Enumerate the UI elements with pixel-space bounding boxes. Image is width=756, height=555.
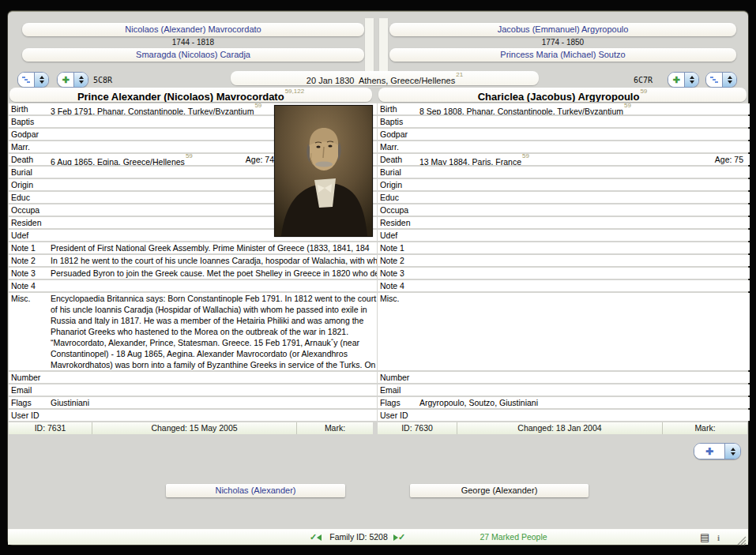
father-button-left[interactable]: Nicolaos (Alexander) Mavrocordato bbox=[22, 23, 364, 36]
field-value[interactable] bbox=[416, 255, 750, 266]
right-family-connector-line bbox=[379, 18, 388, 71]
field-label: Note 4 bbox=[9, 280, 47, 291]
left-relationship-code: 5C8R bbox=[93, 76, 112, 84]
field-value[interactable] bbox=[47, 372, 377, 383]
misc-text-line: Phanariot Greeks who hastened to the Mor… bbox=[51, 326, 377, 337]
field-value[interactable] bbox=[416, 410, 750, 421]
field-value[interactable] bbox=[416, 217, 750, 228]
field-value[interactable] bbox=[416, 192, 750, 203]
marked-people-count: 27 Marked People bbox=[450, 530, 577, 545]
field-label: Death bbox=[378, 154, 416, 165]
name-citation: 59,122 bbox=[285, 88, 304, 95]
family-id-label: Family ID: 5208 bbox=[325, 530, 392, 545]
field-label: Residen bbox=[9, 217, 47, 228]
status-bar: ✓ Family ID: 5208 ✓ 27 Marked People ▤ i bbox=[8, 529, 748, 545]
pedigree-icon bbox=[706, 73, 722, 87]
previous-marked-button[interactable]: ✓ bbox=[310, 530, 322, 545]
father-button-right[interactable]: Jacobus (Emmanuel) Argyropoulo bbox=[389, 23, 736, 36]
field-label: Note 4 bbox=[378, 280, 416, 291]
right-add-person-button[interactable]: ✚ bbox=[668, 72, 699, 88]
field-label: Marr. bbox=[9, 141, 47, 152]
stepper-control[interactable] bbox=[34, 73, 48, 87]
field-text: President of First National Greek Assemb… bbox=[51, 243, 370, 253]
field-label: Godpar bbox=[9, 129, 47, 140]
misc-text-line: Mavrokordhatos) was born into a family o… bbox=[51, 359, 377, 370]
misc-text-line: Russia and Italy in 1817. He was a membe… bbox=[51, 315, 377, 326]
field-label: Note 1 bbox=[378, 242, 416, 253]
add-person-icon: ✚ bbox=[668, 73, 684, 87]
child-button-nicholas[interactable]: Nicholas (Alexander) bbox=[166, 484, 345, 497]
field-label: Note 1 bbox=[9, 242, 47, 253]
person-id: ID: 7631 bbox=[9, 422, 92, 434]
field-value[interactable] bbox=[416, 129, 750, 140]
field-label: Origin bbox=[9, 179, 47, 190]
field-value[interactable] bbox=[416, 167, 750, 178]
stepper-control[interactable] bbox=[684, 73, 698, 87]
field-value[interactable] bbox=[416, 268, 750, 279]
field-value[interactable]: Encyclopaedia Britannica says: Born Cons… bbox=[47, 293, 377, 370]
family-card-window: Nicolaos (Alexander) Mavrocordato 1744 -… bbox=[8, 11, 748, 545]
field-label: Number bbox=[9, 372, 47, 383]
stepper-control[interactable] bbox=[722, 73, 736, 87]
field-label: Misc. bbox=[378, 293, 416, 370]
field-label: Udef bbox=[9, 230, 47, 241]
portrait-photo[interactable] bbox=[274, 105, 373, 237]
field-value[interactable] bbox=[416, 384, 750, 396]
field-label: Note 3 bbox=[9, 268, 47, 279]
field-value[interactable] bbox=[416, 280, 750, 291]
stepper-control[interactable] bbox=[73, 73, 88, 87]
field-value[interactable] bbox=[47, 384, 377, 396]
field-value[interactable]: Persuaded Byron to join the Greek cause.… bbox=[47, 268, 377, 279]
source-citation[interactable]: 59 bbox=[624, 103, 631, 109]
misc-text-line: of his uncle Ioannis Caradja (Hospidar o… bbox=[51, 304, 377, 315]
panel-footer-right: ID: 7630 Changed: 18 Jan 2004 Mark: bbox=[378, 422, 747, 434]
age-value: Age: 74 bbox=[246, 154, 274, 165]
field-label: Origin bbox=[378, 179, 416, 190]
field-value[interactable] bbox=[416, 242, 750, 253]
misc-text-line: Constantinopel) - 18 Aug 1865, Aegina. A… bbox=[51, 348, 377, 359]
field-value[interactable] bbox=[416, 204, 750, 216]
mark-checkbox[interactable]: Mark: bbox=[297, 422, 373, 434]
field-value[interactable]: President of First National Greek Assemb… bbox=[47, 242, 377, 253]
field-label: Email bbox=[9, 384, 47, 396]
left-add-person-button[interactable]: ✚ bbox=[57, 72, 88, 88]
child-button-george[interactable]: George (Alexander) bbox=[410, 484, 589, 497]
stepper-control[interactable] bbox=[724, 444, 740, 459]
field-label: Flags bbox=[9, 397, 47, 408]
source-citation[interactable]: 59 bbox=[254, 103, 261, 109]
field-value[interactable] bbox=[416, 230, 750, 241]
field-label: Udef bbox=[378, 230, 416, 241]
field-value[interactable] bbox=[416, 116, 750, 127]
field-value[interactable] bbox=[47, 280, 377, 291]
source-citation[interactable]: 59 bbox=[522, 154, 529, 159]
field-text: In 1812 he went to the court of his uncl… bbox=[51, 256, 377, 265]
field-label: Educ bbox=[378, 192, 416, 203]
next-marked-button[interactable]: ✓ bbox=[393, 530, 405, 545]
add-person-icon: ✚ bbox=[58, 73, 73, 87]
mark-checkbox[interactable]: Mark: bbox=[663, 422, 747, 434]
field-value[interactable] bbox=[47, 410, 377, 421]
field-value[interactable]: 13 May 1884, Paris, France59Age: 75 bbox=[416, 154, 750, 165]
field-label: Flags bbox=[378, 397, 416, 408]
add-child-button[interactable]: ✚ bbox=[694, 443, 741, 459]
field-value[interactable] bbox=[416, 141, 750, 152]
left-pedigree-button[interactable] bbox=[17, 72, 49, 88]
info-icon[interactable]: i bbox=[717, 530, 720, 545]
field-label: Baptis bbox=[9, 116, 47, 127]
field-value[interactable] bbox=[416, 179, 750, 190]
field-value[interactable]: 8 Sep 1808, Phanar, Constantinople, Turk… bbox=[416, 103, 750, 114]
field-value[interactable] bbox=[416, 293, 750, 370]
mother-button-left[interactable]: Smaragda (Nicolaos) Caradja bbox=[22, 48, 364, 62]
marriage-bar[interactable]: 20 Jan 1830 Athens, Greece/Hellenes21 bbox=[231, 71, 539, 85]
field-value[interactable]: In 1812 he went to the court of his uncl… bbox=[47, 255, 377, 266]
right-pedigree-button[interactable] bbox=[705, 72, 737, 88]
name-citation: 59 bbox=[640, 88, 647, 95]
list-icon[interactable]: ▤ bbox=[700, 530, 709, 545]
resize-grip[interactable] bbox=[735, 532, 747, 547]
source-citation[interactable]: 59 bbox=[186, 154, 193, 159]
mother-button-right[interactable]: Princess Maria (Michael) Soutzo bbox=[389, 48, 736, 62]
field-value[interactable]: Giustiniani bbox=[47, 397, 377, 408]
person-panel-right: Birth8 Sep 1808, Phanar, Constantinople,… bbox=[378, 103, 747, 422]
field-value[interactable] bbox=[416, 372, 750, 383]
field-value[interactable]: Argyropoulo, Soutzo, Giustiniani bbox=[416, 397, 750, 408]
